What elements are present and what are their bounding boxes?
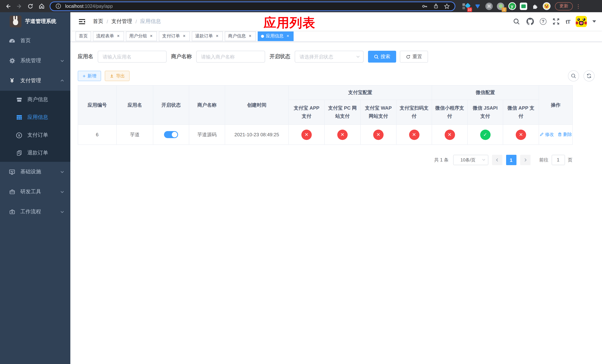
page-size-select[interactable] — [453, 155, 488, 165]
extensions-puzzle-icon[interactable] — [531, 2, 539, 10]
prev-page-button[interactable] — [492, 155, 502, 165]
goto-page-input[interactable] — [551, 155, 565, 165]
col-header-wx-jsapi: 微信 JSAPI 支付 — [467, 100, 503, 125]
browser-forward-button[interactable] — [14, 1, 24, 11]
sidebar-item-infrastructure[interactable]: 基础设施 — [0, 162, 70, 182]
github-icon[interactable] — [526, 17, 534, 26]
extension-grid-icon[interactable]: 10 — [462, 2, 470, 10]
site-info-icon[interactable] — [54, 2, 62, 10]
merchant-name-input[interactable] — [196, 51, 265, 63]
tab-user-group[interactable]: 用户分组× — [126, 31, 157, 41]
col-header-alipay-app: 支付宝 APP 支付 — [289, 100, 324, 125]
col-header-alipay-pc: 支付宝 PC 网站支付 — [324, 100, 360, 125]
avatar-caret-icon[interactable] — [592, 20, 596, 24]
chevron-down-icon — [60, 58, 64, 63]
address-bar[interactable]: localhost:1024/pay/app — [50, 1, 455, 11]
edit-link[interactable]: 修改 — [539, 131, 554, 138]
sidebar-item-refund-order[interactable]: 退款订单 — [0, 144, 70, 162]
share-icon[interactable] — [432, 2, 440, 10]
app-name-input[interactable] — [98, 51, 167, 63]
tab-merchant-info[interactable]: 商户信息× — [225, 31, 256, 41]
chevron-down-icon — [60, 210, 64, 214]
sidebar-item-payment[interactable]: ¥ 支付管理 — [0, 71, 70, 91]
top-navbar: 首页 / 支付管理 / 应用信息 应用列表 ? — [70, 12, 602, 31]
close-icon[interactable]: × — [285, 34, 290, 39]
tab-home[interactable]: 首页 — [75, 31, 91, 41]
close-icon[interactable]: × — [248, 34, 252, 39]
breadcrumb-current: 应用信息 — [140, 18, 161, 25]
chevron-down-icon — [356, 54, 360, 59]
col-header-status: 开启状态 — [153, 85, 189, 125]
status-toggle[interactable] — [164, 131, 178, 138]
close-icon[interactable]: × — [149, 34, 154, 39]
main-area: 首页 / 支付管理 / 应用信息 应用列表 ? — [70, 12, 602, 364]
app-title: 芋道管理系统 — [25, 18, 56, 25]
search-button[interactable]: 搜索 — [368, 51, 396, 63]
group-header-alipay: 支付宝配置 — [289, 85, 432, 100]
tab-process-form[interactable]: 流程表单× — [93, 31, 124, 41]
export-button[interactable]: 导出 — [105, 71, 129, 81]
close-icon[interactable]: × — [116, 34, 121, 39]
browser-profile-avatar[interactable] — [542, 2, 550, 10]
browser-update-button[interactable]: 更新 — [555, 2, 573, 10]
browser-menu-icon[interactable]: ⋮ — [575, 3, 582, 9]
tab-pay-order[interactable]: 支付订单× — [159, 31, 190, 41]
extension-kite-icon[interactable] — [473, 2, 482, 10]
extension-chat-icon[interactable] — [519, 2, 527, 10]
extension-target-icon[interactable]: 1 — [496, 2, 505, 10]
sidebar-collapse-icon[interactable] — [76, 18, 88, 25]
close-icon[interactable]: × — [182, 34, 187, 39]
sidebar-item-system[interactable]: 系统管理 — [0, 51, 70, 71]
sidebar-item-merchant-info[interactable]: 商户信息 — [0, 91, 70, 108]
bookmark-star-icon[interactable] — [443, 2, 451, 10]
sidebar-item-app-info[interactable]: 应用信息 — [0, 108, 70, 126]
browser-back-button[interactable] — [3, 1, 13, 11]
sidebar-item-home[interactable]: 首页 — [0, 31, 70, 51]
status-select[interactable] — [295, 51, 364, 63]
fullscreen-icon[interactable] — [552, 17, 560, 26]
pagination: 共 1 条 1 前往 — [78, 155, 572, 165]
yen-icon: ¥ — [9, 77, 15, 85]
refresh-table-button[interactable] — [583, 70, 595, 81]
col-header-wx-app: 微信 APP 支付 — [503, 100, 539, 125]
user-avatar[interactable] — [576, 16, 587, 27]
cell-app-id: 6 — [78, 125, 117, 145]
table-toolbar: + 新增 导出 — [78, 70, 595, 81]
plus-icon: + — [83, 73, 86, 79]
add-button[interactable]: + 新增 — [78, 71, 101, 81]
extension-y-icon[interactable]: y — [508, 2, 516, 10]
current-page[interactable]: 1 — [506, 155, 516, 165]
total-count: 共 1 条 — [434, 157, 449, 163]
goto-label: 前往 — [539, 157, 548, 163]
password-key-icon[interactable] — [420, 2, 429, 10]
help-icon[interactable]: ? — [540, 18, 547, 25]
toolbox-icon — [9, 189, 15, 195]
cell-merchant: 芋道源码 — [189, 125, 225, 145]
app-name-label: 应用名 — [78, 53, 93, 60]
next-page-button[interactable] — [520, 155, 530, 165]
col-header-wx-mini: 微信小程序支付 — [432, 100, 467, 125]
storefront-icon — [16, 97, 22, 103]
header-search-icon[interactable] — [512, 17, 521, 26]
reset-button[interactable]: 重置 — [400, 51, 428, 63]
chevron-down-icon — [60, 170, 64, 174]
extension-command-icon[interactable]: ⌘ — [485, 2, 493, 10]
breadcrumb-payment[interactable]: 支付管理 — [111, 18, 132, 25]
delete-link[interactable]: 删除 — [558, 131, 572, 138]
col-header-action: 操作 — [539, 85, 573, 125]
sidebar-item-workflow[interactable]: 工作流程 — [0, 202, 70, 222]
col-header-alipay-wap: 支付宝 WAP 网站支付 — [360, 100, 396, 125]
app-logo-row[interactable]: 芋道管理系统 — [0, 12, 70, 31]
browser-home-button[interactable] — [36, 1, 47, 11]
tab-app-info-active[interactable]: 应用信息× — [258, 31, 294, 41]
browser-reload-button[interactable] — [25, 1, 35, 11]
sidebar-item-dev-tools[interactable]: 研发工具 — [0, 182, 70, 202]
close-icon[interactable]: × — [215, 34, 220, 39]
col-header-name: 应用名 — [117, 85, 153, 125]
toggle-search-button[interactable] — [568, 70, 579, 81]
tab-refund-order[interactable]: 退款订单× — [192, 31, 223, 41]
breadcrumb-home[interactable]: 首页 — [93, 18, 103, 25]
sidebar-item-pay-order[interactable]: ¥ 支付订单 — [0, 126, 70, 144]
app-table: 应用编号 应用名 开启状态 商户名称 创建时间 支付宝配置 微信配置 操作 支付… — [78, 85, 573, 145]
text-size-icon[interactable]: tT — [566, 18, 570, 25]
